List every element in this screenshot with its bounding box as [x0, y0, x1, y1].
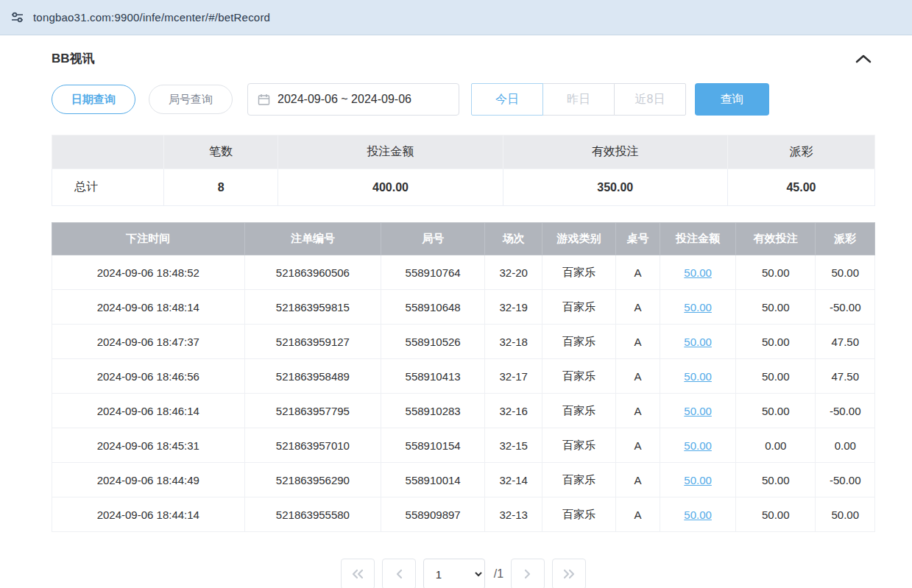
summary-header-payout: 派彩	[727, 135, 874, 169]
cell-payout: -50.00	[816, 394, 875, 428]
cell-order-no: 521863959815	[244, 290, 381, 325]
table-row: 2024-09-06 18:44:14521863955580558909897…	[52, 497, 875, 532]
bet-amount-link[interactable]: 50.00	[684, 370, 712, 383]
calendar-icon	[258, 93, 270, 106]
cell-session: 32-17	[485, 359, 542, 394]
cell-time: 2024-09-06 18:45:31	[52, 428, 245, 463]
cell-session: 32-18	[485, 325, 542, 359]
column-header: 投注金额	[660, 223, 736, 255]
site-settings-icon[interactable]	[10, 10, 24, 24]
chevron-right-icon	[523, 569, 532, 579]
cell-valid-bet: 50.00	[736, 290, 816, 325]
cell-time: 2024-09-06 18:48:14	[52, 290, 245, 325]
bet-records-table: 下注时间注单编号局号场次游戏类别桌号投注金额有效投注派彩 2024-09-06 …	[52, 222, 875, 532]
table-row: 2024-09-06 18:46:14521863957795558910283…	[52, 394, 875, 428]
cell-valid-bet: 50.00	[736, 325, 816, 359]
cell-table-no: A	[615, 463, 660, 497]
summary-total-label: 总计	[52, 169, 164, 206]
column-header: 游戏类别	[542, 223, 616, 255]
address-url[interactable]: tongbao31.com:9900/infe/mcenter/#/betRec…	[33, 11, 270, 24]
cell-session: 32-13	[485, 497, 542, 532]
quick-range-today[interactable]: 今日	[471, 83, 543, 116]
double-chevron-left-icon	[351, 569, 364, 579]
cell-round-no: 558910014	[381, 463, 485, 497]
column-header: 下注时间	[52, 223, 245, 255]
column-header: 有效投注	[736, 223, 816, 255]
cell-payout: 50.00	[816, 255, 875, 290]
table-row: 2024-09-06 18:44:49521863956290558910014…	[52, 463, 875, 497]
cell-table-no: A	[615, 290, 660, 325]
cell-bet-amount: 50.00	[660, 497, 736, 532]
table-row: 2024-09-06 18:48:14521863959815558910648…	[52, 290, 875, 325]
column-header: 桌号	[615, 223, 660, 255]
cell-time: 2024-09-06 18:48:52	[52, 255, 245, 290]
bet-amount-link[interactable]: 50.00	[684, 509, 712, 521]
tab-date-query[interactable]: 日期查询	[52, 85, 135, 114]
cell-table-no: A	[615, 255, 660, 290]
summary-header-count: 笔数	[164, 135, 278, 169]
bet-amount-link[interactable]: 50.00	[684, 336, 712, 348]
search-button[interactable]: 查询	[695, 83, 769, 116]
column-header: 注单编号	[244, 223, 381, 255]
cell-table-no: A	[615, 359, 660, 394]
page-select[interactable]: 1	[423, 559, 485, 588]
cell-session: 32-19	[485, 290, 542, 325]
cell-time: 2024-09-06 18:46:56	[52, 359, 245, 394]
date-range-value: 2024-09-06 ~ 2024-09-06	[278, 93, 411, 106]
cell-order-no: 521863955580	[244, 497, 381, 532]
previous-page-button[interactable]	[382, 559, 416, 588]
cell-session: 32-20	[485, 255, 542, 290]
quick-range-last8days[interactable]: 近8日	[614, 83, 686, 116]
summary-table: 笔数 投注金额 有效投注 派彩 总计 8 400.00 350.00 45.00	[52, 135, 875, 206]
date-range-input[interactable]: 2024-09-06 ~ 2024-09-06	[247, 83, 459, 116]
cell-session: 32-16	[485, 394, 542, 428]
bet-amount-link[interactable]: 50.00	[684, 405, 712, 417]
cell-valid-bet: 0.00	[736, 428, 816, 463]
bet-amount-link[interactable]: 50.00	[684, 301, 712, 314]
chevron-left-icon	[395, 569, 403, 579]
cell-payout: -50.00	[816, 463, 875, 497]
cell-order-no: 521863957795	[244, 394, 381, 428]
cell-bet-amount: 50.00	[660, 325, 736, 359]
column-header: 局号	[381, 223, 485, 255]
table-row: 2024-09-06 18:46:56521863958489558910413…	[52, 359, 875, 394]
summary-valid-bet-value: 350.00	[503, 169, 727, 206]
cell-session: 32-14	[485, 463, 542, 497]
cell-valid-bet: 50.00	[736, 463, 816, 497]
cell-valid-bet: 50.00	[736, 255, 816, 290]
cell-round-no: 558910283	[381, 394, 485, 428]
cell-payout: -50.00	[816, 290, 875, 325]
cell-game: 百家乐	[542, 428, 616, 463]
bet-amount-link[interactable]: 50.00	[684, 474, 712, 486]
cell-time: 2024-09-06 18:44:49	[52, 463, 245, 497]
summary-payout-value: 45.00	[727, 169, 874, 206]
cell-bet-amount: 50.00	[660, 290, 736, 325]
cell-time: 2024-09-06 18:46:14	[52, 394, 245, 428]
first-page-button[interactable]	[341, 559, 375, 588]
column-header: 场次	[485, 223, 542, 255]
last-page-button[interactable]	[552, 559, 586, 588]
bet-amount-link[interactable]: 50.00	[684, 439, 712, 452]
cell-bet-amount: 50.00	[660, 359, 736, 394]
cell-order-no: 521863957010	[244, 428, 381, 463]
pagination: 1 /1	[52, 559, 875, 588]
cell-bet-amount: 50.00	[660, 255, 736, 290]
chevron-up-icon	[855, 54, 872, 64]
cell-payout: 47.50	[816, 359, 875, 394]
tab-round-query[interactable]: 局号查询	[149, 85, 233, 114]
cell-round-no: 558909897	[381, 497, 485, 532]
summary-total-row: 总计 8 400.00 350.00 45.00	[52, 169, 875, 206]
summary-count-value: 8	[164, 169, 278, 206]
cell-payout: 0.00	[816, 428, 875, 463]
collapse-panel-button[interactable]	[852, 51, 875, 67]
quick-range-yesterday[interactable]: 昨日	[542, 83, 615, 116]
cell-table-no: A	[615, 325, 660, 359]
quick-range-group: 今日 昨日 近8日	[471, 83, 686, 116]
bet-amount-link[interactable]: 50.00	[684, 266, 712, 279]
cell-table-no: A	[615, 497, 660, 532]
cell-payout: 47.50	[816, 325, 875, 359]
filter-bar: 日期查询 局号查询 2024-09-06 ~ 2024-09-06 今日 昨日 …	[52, 83, 875, 116]
cell-session: 32-15	[485, 428, 542, 463]
column-header: 派彩	[816, 223, 875, 255]
next-page-button[interactable]	[511, 559, 545, 588]
